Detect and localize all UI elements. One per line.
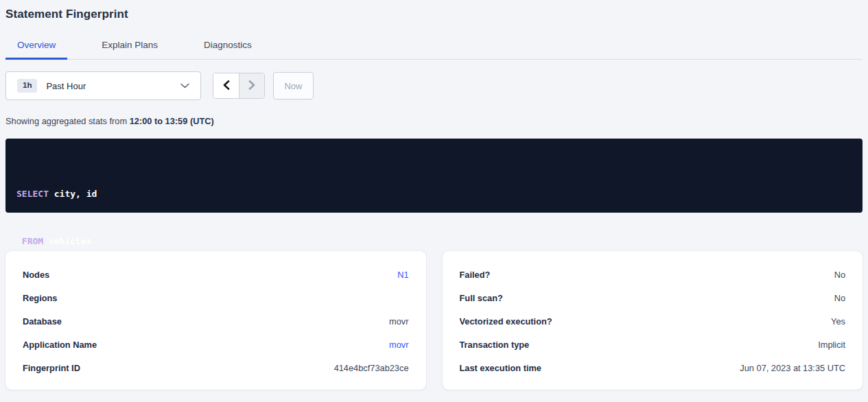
time-interval-label: Past Hour — [46, 81, 86, 91]
nodes-link[interactable]: N1 — [397, 270, 408, 280]
database-value: movr — [389, 316, 408, 327]
sql-keyword: FROM — [22, 236, 43, 246]
summary-row: Full scan? No — [460, 286, 846, 309]
nodes-label: Nodes — [23, 270, 49, 280]
sql-line: FROM vehicles — [16, 233, 852, 249]
now-button[interactable]: Now — [273, 72, 314, 99]
tab-diagnostics[interactable]: Diagnostics — [192, 33, 263, 60]
last-execution-time-label: Last execution time — [460, 363, 541, 373]
execution-attributes-card: Failed? No Full scan? No Vectorized exec… — [443, 251, 863, 390]
summary-row: Application Name movr — [23, 333, 409, 356]
transaction-type-label: Transaction type — [460, 340, 530, 350]
fingerprint-id-value: 414e4bcf73ab23ce — [334, 363, 409, 373]
failed-label: Failed? — [460, 270, 491, 280]
summary-row: Failed? No — [460, 263, 846, 286]
time-step-button-group — [213, 73, 265, 99]
statement-details-card: Nodes N1 Regions Database movr Applicati… — [5, 251, 426, 390]
application-name-link[interactable]: movr — [389, 340, 408, 350]
previous-interval-button[interactable] — [213, 73, 239, 98]
summary-row: Fingerprint ID 414e4bcf73ab23ce — [23, 356, 409, 379]
stats-time-range: 12:00 to 13:59 (UTC) — [130, 116, 214, 126]
time-interval-dropdown[interactable]: 1h Past Hour — [5, 71, 201, 100]
aggregated-stats-summary: Showing aggregated stats from 12:00 to 1… — [5, 116, 863, 126]
tab-overview[interactable]: Overview — [5, 33, 67, 60]
chevron-right-icon — [248, 80, 255, 92]
failed-value: No — [834, 270, 845, 280]
transaction-type-value: Implicit — [818, 340, 845, 350]
summary-row: Vectorized execution? Yes — [460, 309, 846, 333]
database-label: Database — [23, 316, 62, 327]
statement-fingerprint-page: Statement Fingerprint Overview Explain P… — [0, 0, 868, 390]
last-execution-time-value: Jun 07, 2023 at 13:35 UTC — [740, 363, 845, 373]
stats-prefix: Showing aggregated stats from — [5, 116, 130, 126]
summary-row: Regions — [23, 286, 409, 309]
tab-bar: Overview Explain Plans Diagnostics — [5, 33, 863, 60]
application-name-label: Application Name — [23, 340, 97, 350]
summary-row: Database movr — [23, 309, 409, 333]
full-scan-value: No — [834, 293, 845, 303]
vectorized-execution-label: Vectorized execution? — [460, 316, 552, 327]
sql-statement-box: SELECT city, id FROM vehicles WHERE city… — [5, 139, 863, 213]
summary-row: Transaction type Implicit — [460, 333, 846, 356]
full-scan-label: Full scan? — [460, 293, 503, 303]
next-interval-button[interactable] — [239, 73, 264, 98]
sql-keyword: SELECT — [16, 189, 49, 199]
chevron-down-icon — [180, 83, 189, 88]
time-picker-row: 1h Past Hour Now — [5, 71, 863, 100]
sql-line: SELECT city, id — [16, 186, 852, 202]
summary-cards-row: Nodes N1 Regions Database movr Applicati… — [5, 251, 863, 390]
tab-explain-plans[interactable]: Explain Plans — [90, 33, 169, 60]
time-interval-badge: 1h — [17, 79, 37, 93]
fingerprint-id-label: Fingerprint ID — [23, 363, 80, 373]
regions-label: Regions — [23, 293, 57, 303]
summary-row: Last execution time Jun 07, 2023 at 13:3… — [460, 356, 846, 379]
vectorized-execution-value: Yes — [831, 316, 845, 327]
chevron-left-icon — [223, 80, 230, 92]
summary-row: Nodes N1 — [23, 263, 409, 286]
page-title: Statement Fingerprint — [5, 7, 863, 22]
